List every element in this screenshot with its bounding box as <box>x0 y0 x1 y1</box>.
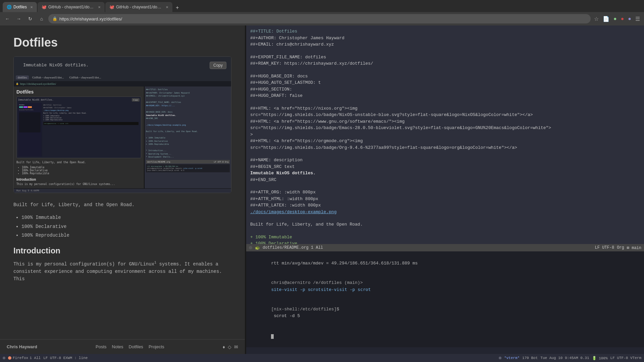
sysbar-datetime: Tue Aug 10 9:45AM 0.31 <box>540 356 589 360</box>
emacs-html2c: > <box>250 131 640 138</box>
bullet-immutable: 100% Immutable <box>21 214 231 221</box>
terminal-rtt: rtt min/avg/max/mdev = 49.294/186.651/36… <box>250 253 640 273</box>
emacs-blank3 <box>250 99 640 105</box>
bookmark-icon[interactable]: ☆ <box>593 15 600 23</box>
inline-screenshot: dotfiles GitHub - chayward1/dot... GitHu… <box>14 74 231 193</box>
browser-chrome: 🌐 Dotfiles ✕ 🐙 GitHub - chayward1/dotf..… <box>0 0 644 25</box>
firefox-dot <box>8 356 11 360</box>
webpage: Dotfiles Immutable NixOS dotfiles. Copy … <box>0 25 245 339</box>
emacs-attr-html: ##+ATTR_HTML: :width 800px <box>250 196 640 202</box>
mode-encoding: LF UTF-8 <box>595 245 614 250</box>
back-button[interactable]: ← <box>3 14 12 23</box>
emacs-html1b: src="https://img.shields.io/badge/NixOS-… <box>250 112 640 118</box>
bullet-list: 100% Immutable 100% Declarative 100% Rep… <box>13 214 231 239</box>
nav-bar: ← → ↻ ⌂ 🔒 ☆ 📄 ● ● ● ☰ <box>0 12 644 25</box>
tab-icon-github1: 🐙 <box>42 5 46 9</box>
email-icon[interactable]: ✉ <box>234 344 238 350</box>
tab-close-github1[interactable]: ✕ <box>98 5 101 9</box>
sysbar-left: Firefox 1 All LF UTF-8 EXWM : line <box>3 356 88 360</box>
emacs-highlight-text: Immutable NixOS dotfiles. <box>250 170 640 177</box>
emacs-hugo-section: ##+HUGO_SECTION: <box>250 86 640 93</box>
inner-content: Dotfiles Immutable NixOS dotfiles. Copy <box>14 86 231 188</box>
page-title: Dotfiles <box>13 36 231 50</box>
nav-posts[interactable]: Posts <box>96 344 107 349</box>
extension-icon2[interactable]: ● <box>620 15 626 22</box>
emacs-panel: ##+TITLE: Dotfiles ##+AUTHOR: Christophe… <box>246 25 644 354</box>
system-status-bar: Firefox 1 All LF UTF-8 EXWM : line *vter… <box>0 354 644 362</box>
menu-icon[interactable]: ☰ <box>634 15 641 23</box>
reload-button[interactable]: ↻ <box>25 14 35 23</box>
sysbar-right-status: LF UTF-8 VTerm <box>610 356 641 360</box>
emacs-html2: ##+HTML: <a href="https://www.gnu.org/so… <box>250 118 640 125</box>
social-icons: ♦ ◇ ✉ <box>223 344 238 350</box>
terminal-prompt1: chris@acernitro /e/dotfiles (main)> <box>271 280 363 285</box>
terminal-cursor <box>271 334 274 339</box>
mode-line-right: LF UTF-8 Org ⊞ main <box>595 245 641 250</box>
emacs-roam-key: ##+ROAM_KEY: https://chrishayward.xyz/do… <box>250 60 640 67</box>
emacs-html2b: src="https://img.shields.io/badge/Emacs-… <box>250 125 640 131</box>
emacs-item1: + 100% Immutable <box>250 234 640 241</box>
copy-button[interactable]: Copy <box>210 62 226 69</box>
new-tab-button[interactable]: + <box>173 3 181 12</box>
emacs-end-src: ##+END_SRC <box>250 177 640 183</box>
terminal-area: rtt min/avg/max/mdev = 49.294/186.651/36… <box>246 251 644 347</box>
inner-tab-1: dotfiles <box>16 75 29 79</box>
rtt-text: rtt min/avg/max/mdev = 49.294/186.651/36… <box>271 261 418 266</box>
code-block: Immutable NixOS dotfiles. Copy dotfiles … <box>13 56 231 193</box>
inner-tab-row: dotfiles GitHub - chayward1/dot... GitHu… <box>14 74 231 81</box>
reader-icon[interactable]: 📄 <box>601 15 611 23</box>
nav-notes[interactable]: Notes <box>112 344 123 349</box>
nav-projects[interactable]: Projects <box>149 344 164 349</box>
tab-title-github2: GitHub - chayward1/dotf... <box>116 5 162 9</box>
emacs-blank7 <box>250 228 640 234</box>
site-title: Chris Hayward <box>7 344 37 349</box>
emacs-mode-line: 🐢 dotfiles/README.org 1 All LF UTF-8 Org… <box>246 244 644 251</box>
extension-icon1[interactable]: ● <box>612 15 618 22</box>
firefox-label: Firefox <box>13 356 28 360</box>
mode-turtle-icon: 🐢 <box>255 245 260 250</box>
social-icon-2[interactable]: ◇ <box>228 344 231 350</box>
firefox-count: 1 All <box>30 356 41 360</box>
nav-dotfiles[interactable]: Dotfiles <box>129 344 143 349</box>
emacs-link-line[interactable]: ./docs/images/desktop-example.png <box>250 209 640 216</box>
inner-browser: dotfiles GitHub - chayward1/dot... GitHu… <box>14 74 231 188</box>
bullet-declarative: 100% Declarative <box>21 223 231 230</box>
mode-state: ⊞ main <box>627 245 641 250</box>
emacs-blank2 <box>250 67 640 73</box>
address-input[interactable] <box>59 16 587 21</box>
tab-close-dotfiles[interactable]: ✕ <box>30 5 33 9</box>
browser-content: Dotfiles Immutable NixOS dotfiles. Copy … <box>0 25 245 354</box>
inner-addr-bar: 🔒 https://chrishayward.xyz/dotfiles/ <box>14 81 231 86</box>
emacs-email-line: ##+EMAIL: chris@chrishayward.xyz <box>250 41 640 48</box>
github-social-icon[interactable]: ♦ <box>223 344 225 350</box>
terminal-prompt1-line: chris@acernitro /e/dotfiles (main)> site… <box>250 273 640 300</box>
code-block-text: Immutable NixOS dotfiles. <box>18 59 93 71</box>
tab-github2[interactable]: 🐙 GitHub - chayward1/dotf... ✕ <box>105 2 172 12</box>
footer-nav-links: Posts Notes Dotfiles Projects <box>96 344 164 349</box>
vterm-count: 170 Bot <box>522 356 538 360</box>
nav-actions: ☆ 📄 ● ● ● ☰ <box>593 15 641 23</box>
tab-dotfiles[interactable]: 🌐 Dotfiles ✕ <box>3 2 37 12</box>
emacs-blank4 <box>250 151 640 157</box>
emacs-title-line: ##+TITLE: Dotfiles <box>250 28 640 35</box>
emacs-blank6 <box>250 215 640 221</box>
emacs-blank5 <box>250 183 640 189</box>
extension-icon3[interactable]: ● <box>627 15 633 22</box>
tab-title-github1: GitHub - chayward1/dotf... <box>48 5 95 9</box>
code-block-header: Immutable NixOS dotfiles. Copy <box>14 57 231 74</box>
address-bar-container: 🔒 <box>48 14 591 23</box>
emacs-item2: + 100% Declarative <box>250 240 640 244</box>
terminal-cmd1-text: site-visit -p scrot <box>321 287 371 292</box>
inner-tab-3: GitHub - chayward1/dot... <box>67 75 103 79</box>
forward-button[interactable]: → <box>14 14 23 23</box>
emacs-hugo-auto: ##+HUGO_AUTO_SET_LASTMOD: t <box>250 79 640 86</box>
inner-addr-text: https://chrishayward.xyz/dotfiles/ <box>20 82 56 85</box>
bullet-reproducible: 100% Reproducible <box>21 232 231 239</box>
sysbar-dot-right <box>499 357 501 359</box>
tab-close-github2[interactable]: ✕ <box>166 5 168 9</box>
tab-icon-github2: 🐙 <box>109 5 114 9</box>
mode-mode: Org <box>617 245 624 250</box>
home-button[interactable]: ⌂ <box>37 14 46 23</box>
sysbar-right: *vterm* 170 Bot Tue Aug 10 9:45AM 0.31 🔋… <box>499 356 641 360</box>
tab-github1[interactable]: 🐙 GitHub - chayward1/dotf... ✕ <box>38 2 105 12</box>
